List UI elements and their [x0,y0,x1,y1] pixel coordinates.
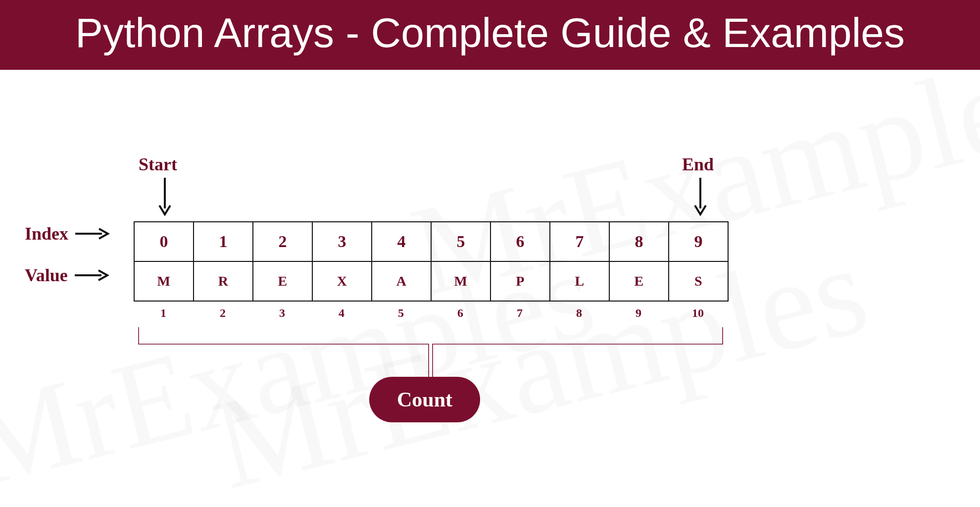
count-cell: 7 [490,306,549,320]
count-badge: Count [369,377,480,422]
count-cell: 6 [431,306,490,320]
index-cell: 6 [490,222,550,261]
count-cell: 9 [609,306,668,320]
start-label: Start [139,154,177,175]
value-cell: E [253,261,312,301]
index-row: 0 1 2 3 4 5 6 7 8 9 [134,222,728,261]
index-cell: 9 [669,222,728,261]
count-label: Count [397,388,452,411]
index-label-text: Index [25,223,68,244]
value-cell: E [609,261,669,301]
index-cell: 3 [312,222,372,261]
value-cell: S [669,261,728,301]
index-cell: 8 [609,222,669,261]
count-cell: 3 [252,306,312,320]
index-cell: 2 [253,222,312,261]
value-cell: R [194,261,253,301]
value-cell: M [431,261,490,301]
array-table: 0 1 2 3 4 5 6 7 8 9 M R E X A M P L E S [134,221,729,302]
value-cell: X [312,261,372,301]
end-label: End [682,154,714,175]
index-cell: 4 [372,222,431,261]
count-bracket [137,327,725,384]
value-cell: P [490,261,550,301]
value-cell: A [372,261,431,301]
count-cell: 2 [193,306,252,320]
counts-row: 1 2 3 4 5 6 7 8 9 10 [134,306,728,320]
value-row-label: Value [25,265,110,286]
arrow-right-icon [75,269,109,282]
count-cell: 10 [668,306,728,320]
row-labels: Index Value [25,223,110,286]
value-row: M R E X A M P L E S [134,261,728,301]
index-cell: 0 [134,222,194,261]
diagram: MrExamples MrExamples MrExamples Start E… [0,114,980,491]
arrow-down-icon [157,178,172,219]
index-cell: 7 [550,222,609,261]
count-cell: 1 [134,306,193,320]
value-label-text: Value [25,265,68,286]
value-cell: M [134,261,194,301]
index-row-label: Index [25,223,110,244]
page-title: Python Arrays - Complete Guide & Example… [75,9,905,56]
count-cell: 5 [371,306,431,320]
arrow-down-icon [693,178,708,219]
value-cell: L [550,261,609,301]
count-cell: 4 [312,306,371,320]
arrow-right-icon [75,227,110,240]
index-cell: 5 [431,222,490,261]
count-cell: 8 [549,306,609,320]
index-cell: 1 [194,222,253,261]
header-banner: Python Arrays - Complete Guide & Example… [0,0,980,70]
